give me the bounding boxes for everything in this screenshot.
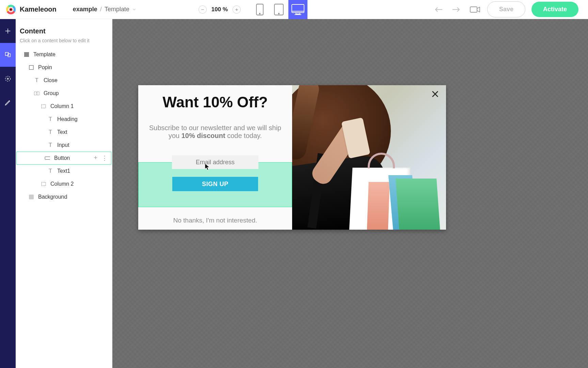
popup-left-column: Want 10% Off? Subscribe to our newslette…: [138, 85, 292, 230]
desktop-icon: [291, 4, 305, 15]
popup-preview[interactable]: Want 10% Off? Subscribe to our newslette…: [138, 85, 446, 230]
center-tools: − 100 % +: [198, 0, 307, 19]
tree-label: Button: [54, 155, 70, 161]
tree-item-close[interactable]: T Close: [20, 74, 109, 87]
tree-label: Input: [57, 142, 69, 148]
svg-rect-8: [470, 7, 477, 12]
text-icon: T: [34, 77, 39, 83]
plus-icon: [4, 27, 12, 35]
popup-text[interactable]: Subscribe to our newsletter and we will …: [148, 124, 283, 140]
close-icon: [431, 90, 439, 98]
device-mobile-button[interactable]: [250, 0, 269, 19]
svg-rect-25: [42, 182, 46, 186]
popup-heading[interactable]: Want 10% Off?: [163, 94, 268, 110]
activate-button[interactable]: Activate: [531, 2, 578, 17]
svg-point-17: [5, 76, 11, 81]
canvas[interactable]: Want 10% Off? Subscribe to our newslette…: [112, 19, 588, 368]
tree-label: Column 2: [50, 181, 74, 187]
text-icon: T: [48, 168, 53, 174]
breadcrumb-project: example: [73, 6, 97, 13]
text-icon: T: [48, 116, 53, 122]
tree-item-text[interactable]: T Text: [20, 126, 109, 139]
tree-label: Text1: [57, 168, 70, 174]
pencil-icon: [4, 99, 11, 106]
svg-rect-19: [24, 52, 29, 57]
popup-email-input[interactable]: [172, 155, 258, 169]
svg-rect-20: [29, 65, 33, 70]
tree-item-text1[interactable]: T Text1: [20, 165, 109, 178]
redo-button[interactable]: [450, 3, 463, 16]
tree-item-template[interactable]: Template: [20, 48, 109, 61]
panel-title: Content: [20, 27, 109, 35]
top-toolbar: Kameleoon example / Template − 100 % +: [0, 0, 588, 19]
tree-item-heading[interactable]: T Heading: [20, 113, 109, 126]
rail-edit-button[interactable]: [0, 91, 16, 114]
svg-point-3: [279, 13, 280, 14]
breadcrumb-separator: /: [100, 6, 102, 13]
logo-area: Kameleoon: [0, 5, 63, 14]
zoom-value: 100 %: [211, 6, 228, 13]
svg-point-18: [7, 78, 9, 79]
zoom-in-button[interactable]: +: [233, 5, 241, 14]
undo-icon: [433, 6, 443, 13]
device-tablet-button[interactable]: [269, 0, 288, 19]
svg-rect-23: [42, 105, 46, 108]
main-area: Content Click on a content below to edit…: [0, 19, 588, 368]
redo-icon: [452, 6, 461, 13]
popup-close-button[interactable]: [431, 90, 439, 98]
tree-item-background[interactable]: Background: [20, 190, 109, 203]
tree-item-column2[interactable]: Column 2: [20, 178, 109, 190]
mouse-cursor-icon: [205, 163, 210, 171]
breadcrumb[interactable]: example / Template: [73, 6, 136, 13]
tablet-icon: [274, 3, 284, 16]
rail-add-button[interactable]: [0, 19, 16, 43]
button-icon: [45, 156, 50, 160]
tree-label: Heading: [57, 116, 78, 122]
device-switcher: [250, 0, 307, 19]
tree-item-group[interactable]: Group: [20, 87, 109, 100]
column-icon: [41, 182, 46, 186]
zoom-controls: − 100 % +: [198, 5, 241, 14]
square-filled-icon: [24, 52, 29, 57]
camera-icon: [470, 6, 480, 13]
square-outline-icon: [29, 65, 34, 70]
add-child-button[interactable]: +: [94, 154, 97, 162]
popup-signup-button[interactable]: SIGN UP: [172, 177, 258, 191]
rail-layers-button[interactable]: [0, 43, 16, 67]
svg-rect-24: [45, 157, 50, 159]
popup-image: [292, 85, 446, 230]
rail-target-button[interactable]: [0, 67, 16, 91]
tree-label: Column 1: [50, 103, 74, 109]
tree-item-input[interactable]: T Input: [20, 139, 109, 152]
layers-icon: [4, 51, 12, 59]
zoom-out-button[interactable]: −: [198, 5, 207, 14]
mobile-icon: [256, 3, 264, 16]
popup-text-bold: 10% discount: [181, 132, 225, 139]
undo-button[interactable]: [432, 3, 444, 16]
more-menu-button[interactable]: ⋮: [101, 154, 108, 162]
svg-rect-22: [37, 92, 39, 95]
tree-label: Group: [44, 90, 59, 96]
save-button[interactable]: Save: [487, 1, 525, 17]
target-icon: [4, 75, 12, 82]
device-desktop-button[interactable]: [288, 0, 307, 19]
tree-label: Close: [44, 77, 58, 83]
chevron-down-icon: [132, 7, 136, 12]
breadcrumb-page: Template: [105, 6, 129, 13]
preview-button[interactable]: [469, 3, 481, 16]
brand-logo-icon: [6, 5, 16, 14]
content-panel: Content Click on a content below to edit…: [16, 19, 112, 368]
brand-name: Kameleoon: [20, 5, 57, 13]
image-icon: [29, 195, 34, 199]
tree-item-popin[interactable]: Popin: [20, 61, 109, 74]
content-tree: Template Popin T Close Group Column 1 T …: [20, 48, 109, 203]
popup-text-post: code today.: [225, 132, 262, 139]
svg-rect-21: [34, 92, 36, 95]
tree-label: Template: [33, 51, 55, 58]
popup-right-column: [292, 85, 446, 230]
popup-footer-text[interactable]: No thanks, I'm not interested.: [138, 217, 292, 224]
right-tools: Save Activate: [432, 1, 588, 17]
text-icon: T: [48, 129, 53, 135]
tree-item-column1[interactable]: Column 1: [20, 100, 109, 113]
tree-item-button[interactable]: Button + ⋮: [16, 152, 111, 165]
